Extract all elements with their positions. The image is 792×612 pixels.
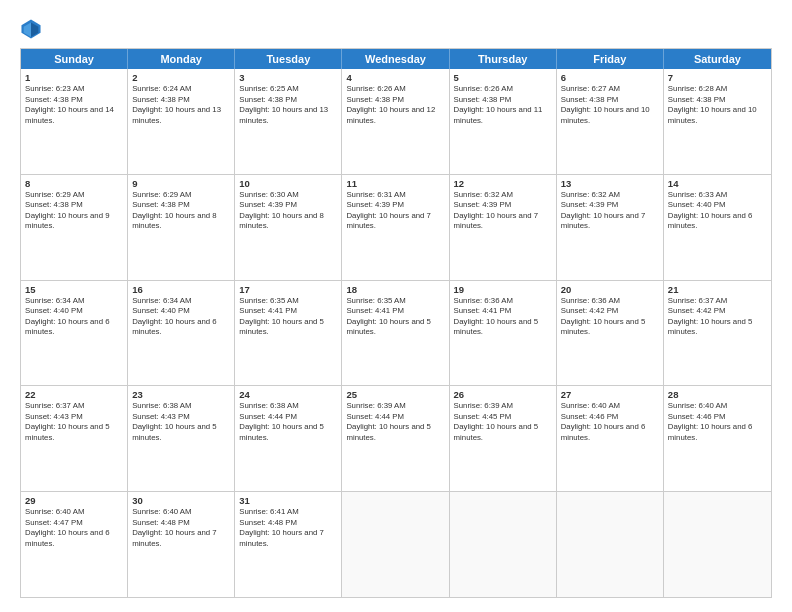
day-number: 30: [132, 495, 230, 506]
cell-info: Sunrise: 6:35 AMSunset: 4:41 PMDaylight:…: [346, 296, 444, 338]
cal-cell: [342, 492, 449, 597]
cal-cell: 20Sunrise: 6:36 AMSunset: 4:42 PMDayligh…: [557, 281, 664, 386]
cell-info: Sunrise: 6:40 AMSunset: 4:48 PMDaylight:…: [132, 507, 230, 549]
cal-week-2: 8Sunrise: 6:29 AMSunset: 4:38 PMDaylight…: [21, 175, 771, 281]
cell-info: Sunrise: 6:34 AMSunset: 4:40 PMDaylight:…: [25, 296, 123, 338]
calendar: SundayMondayTuesdayWednesdayThursdayFrid…: [20, 48, 772, 598]
day-number: 8: [25, 178, 123, 189]
cal-week-1: 1Sunrise: 6:23 AMSunset: 4:38 PMDaylight…: [21, 69, 771, 175]
cell-info: Sunrise: 6:32 AMSunset: 4:39 PMDaylight:…: [561, 190, 659, 232]
day-number: 29: [25, 495, 123, 506]
cal-cell: 6Sunrise: 6:27 AMSunset: 4:38 PMDaylight…: [557, 69, 664, 174]
cell-info: Sunrise: 6:34 AMSunset: 4:40 PMDaylight:…: [132, 296, 230, 338]
day-number: 13: [561, 178, 659, 189]
day-number: 16: [132, 284, 230, 295]
cell-info: Sunrise: 6:37 AMSunset: 4:43 PMDaylight:…: [25, 401, 123, 443]
cell-info: Sunrise: 6:38 AMSunset: 4:43 PMDaylight:…: [132, 401, 230, 443]
cal-cell: 1Sunrise: 6:23 AMSunset: 4:38 PMDaylight…: [21, 69, 128, 174]
day-number: 7: [668, 72, 767, 83]
cell-info: Sunrise: 6:23 AMSunset: 4:38 PMDaylight:…: [25, 84, 123, 126]
cal-cell: 30Sunrise: 6:40 AMSunset: 4:48 PMDayligh…: [128, 492, 235, 597]
logo-icon: [20, 18, 42, 40]
day-number: 26: [454, 389, 552, 400]
cell-info: Sunrise: 6:29 AMSunset: 4:38 PMDaylight:…: [132, 190, 230, 232]
day-number: 11: [346, 178, 444, 189]
day-number: 10: [239, 178, 337, 189]
cal-week-4: 22Sunrise: 6:37 AMSunset: 4:43 PMDayligh…: [21, 386, 771, 492]
day-number: 18: [346, 284, 444, 295]
cell-info: Sunrise: 6:35 AMSunset: 4:41 PMDaylight:…: [239, 296, 337, 338]
day-number: 15: [25, 284, 123, 295]
cal-header-sunday: Sunday: [21, 49, 128, 69]
cell-info: Sunrise: 6:36 AMSunset: 4:42 PMDaylight:…: [561, 296, 659, 338]
cal-cell: 23Sunrise: 6:38 AMSunset: 4:43 PMDayligh…: [128, 386, 235, 491]
day-number: 19: [454, 284, 552, 295]
cal-cell: 29Sunrise: 6:40 AMSunset: 4:47 PMDayligh…: [21, 492, 128, 597]
cal-header-friday: Friday: [557, 49, 664, 69]
page: SundayMondayTuesdayWednesdayThursdayFrid…: [0, 0, 792, 612]
cal-cell: 25Sunrise: 6:39 AMSunset: 4:44 PMDayligh…: [342, 386, 449, 491]
day-number: 4: [346, 72, 444, 83]
day-number: 25: [346, 389, 444, 400]
header: [20, 18, 772, 40]
day-number: 14: [668, 178, 767, 189]
cal-cell: 4Sunrise: 6:26 AMSunset: 4:38 PMDaylight…: [342, 69, 449, 174]
cell-info: Sunrise: 6:40 AMSunset: 4:46 PMDaylight:…: [561, 401, 659, 443]
cal-header-saturday: Saturday: [664, 49, 771, 69]
cell-info: Sunrise: 6:31 AMSunset: 4:39 PMDaylight:…: [346, 190, 444, 232]
cal-cell: 2Sunrise: 6:24 AMSunset: 4:38 PMDaylight…: [128, 69, 235, 174]
cal-cell: 27Sunrise: 6:40 AMSunset: 4:46 PMDayligh…: [557, 386, 664, 491]
cal-header-thursday: Thursday: [450, 49, 557, 69]
cell-info: Sunrise: 6:33 AMSunset: 4:40 PMDaylight:…: [668, 190, 767, 232]
cal-cell: 12Sunrise: 6:32 AMSunset: 4:39 PMDayligh…: [450, 175, 557, 280]
cal-cell: 31Sunrise: 6:41 AMSunset: 4:48 PMDayligh…: [235, 492, 342, 597]
day-number: 23: [132, 389, 230, 400]
cal-cell: 26Sunrise: 6:39 AMSunset: 4:45 PMDayligh…: [450, 386, 557, 491]
cal-cell: 10Sunrise: 6:30 AMSunset: 4:39 PMDayligh…: [235, 175, 342, 280]
cal-cell: 21Sunrise: 6:37 AMSunset: 4:42 PMDayligh…: [664, 281, 771, 386]
day-number: 28: [668, 389, 767, 400]
cell-info: Sunrise: 6:36 AMSunset: 4:41 PMDaylight:…: [454, 296, 552, 338]
day-number: 12: [454, 178, 552, 189]
cell-info: Sunrise: 6:26 AMSunset: 4:38 PMDaylight:…: [346, 84, 444, 126]
logo: [20, 18, 46, 40]
cal-cell: 3Sunrise: 6:25 AMSunset: 4:38 PMDaylight…: [235, 69, 342, 174]
cal-cell: 15Sunrise: 6:34 AMSunset: 4:40 PMDayligh…: [21, 281, 128, 386]
cell-info: Sunrise: 6:37 AMSunset: 4:42 PMDaylight:…: [668, 296, 767, 338]
cell-info: Sunrise: 6:39 AMSunset: 4:45 PMDaylight:…: [454, 401, 552, 443]
cal-cell: 8Sunrise: 6:29 AMSunset: 4:38 PMDaylight…: [21, 175, 128, 280]
day-number: 1: [25, 72, 123, 83]
day-number: 22: [25, 389, 123, 400]
cell-info: Sunrise: 6:40 AMSunset: 4:47 PMDaylight:…: [25, 507, 123, 549]
cal-cell: 28Sunrise: 6:40 AMSunset: 4:46 PMDayligh…: [664, 386, 771, 491]
day-number: 2: [132, 72, 230, 83]
cal-cell: 16Sunrise: 6:34 AMSunset: 4:40 PMDayligh…: [128, 281, 235, 386]
day-number: 9: [132, 178, 230, 189]
cell-info: Sunrise: 6:40 AMSunset: 4:46 PMDaylight:…: [668, 401, 767, 443]
cal-cell: 7Sunrise: 6:28 AMSunset: 4:38 PMDaylight…: [664, 69, 771, 174]
day-number: 31: [239, 495, 337, 506]
cell-info: Sunrise: 6:25 AMSunset: 4:38 PMDaylight:…: [239, 84, 337, 126]
cell-info: Sunrise: 6:38 AMSunset: 4:44 PMDaylight:…: [239, 401, 337, 443]
cell-info: Sunrise: 6:29 AMSunset: 4:38 PMDaylight:…: [25, 190, 123, 232]
cell-info: Sunrise: 6:28 AMSunset: 4:38 PMDaylight:…: [668, 84, 767, 126]
cal-header-monday: Monday: [128, 49, 235, 69]
cal-cell: 24Sunrise: 6:38 AMSunset: 4:44 PMDayligh…: [235, 386, 342, 491]
cal-week-5: 29Sunrise: 6:40 AMSunset: 4:47 PMDayligh…: [21, 492, 771, 597]
cell-info: Sunrise: 6:24 AMSunset: 4:38 PMDaylight:…: [132, 84, 230, 126]
cal-cell: 22Sunrise: 6:37 AMSunset: 4:43 PMDayligh…: [21, 386, 128, 491]
cal-cell: 5Sunrise: 6:26 AMSunset: 4:38 PMDaylight…: [450, 69, 557, 174]
cell-info: Sunrise: 6:27 AMSunset: 4:38 PMDaylight:…: [561, 84, 659, 126]
cell-info: Sunrise: 6:32 AMSunset: 4:39 PMDaylight:…: [454, 190, 552, 232]
day-number: 3: [239, 72, 337, 83]
day-number: 17: [239, 284, 337, 295]
day-number: 27: [561, 389, 659, 400]
cal-cell: [557, 492, 664, 597]
calendar-header: SundayMondayTuesdayWednesdayThursdayFrid…: [21, 49, 771, 69]
cell-info: Sunrise: 6:30 AMSunset: 4:39 PMDaylight:…: [239, 190, 337, 232]
day-number: 20: [561, 284, 659, 295]
cal-header-tuesday: Tuesday: [235, 49, 342, 69]
cal-cell: 13Sunrise: 6:32 AMSunset: 4:39 PMDayligh…: [557, 175, 664, 280]
day-number: 6: [561, 72, 659, 83]
day-number: 24: [239, 389, 337, 400]
